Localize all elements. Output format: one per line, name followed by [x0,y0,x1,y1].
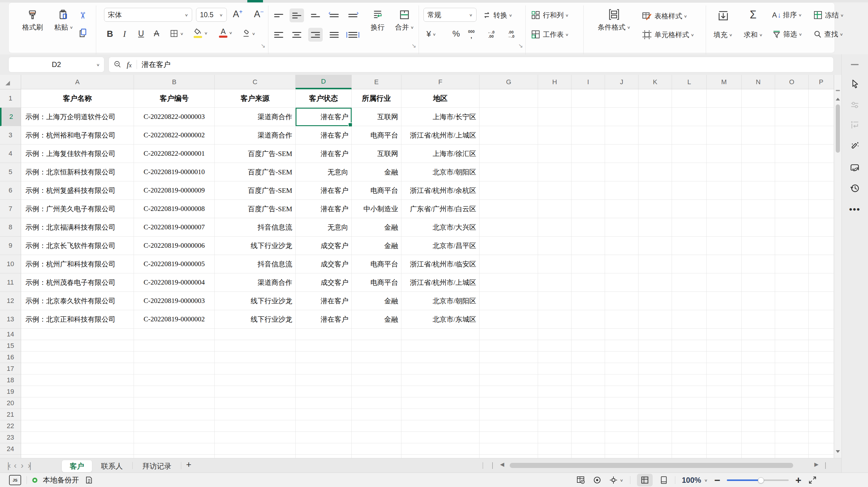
cell-F21[interactable] [401,409,479,420]
cell-F25[interactable] [401,455,479,458]
column-header-L[interactable]: L [672,75,707,89]
cell-B24[interactable] [134,443,215,455]
cell-P18[interactable] [809,374,834,386]
cell-P7[interactable] [809,200,834,218]
cell-A23[interactable] [21,432,134,443]
cell-F3[interactable]: 浙江省/杭州市/上城区 [401,126,479,145]
cell-M24[interactable] [707,443,742,455]
cell-H24[interactable] [538,443,571,455]
next-sheet-button[interactable]: › [21,461,24,470]
cell-E13[interactable]: 金融 [352,310,401,329]
strikethrough-button[interactable]: A [154,29,159,38]
cell-M8[interactable] [707,218,742,237]
percent-button[interactable]: % [453,29,460,39]
cell-E2[interactable]: 互联网 [352,108,401,126]
cell-F15[interactable] [401,340,479,352]
row-header-9[interactable]: 9 [0,237,21,255]
font-color-button[interactable]: A ∨ [219,28,232,38]
cell-K11[interactable] [639,273,672,292]
cell-L20[interactable] [672,397,707,409]
cell-O21[interactable] [775,409,809,420]
cell-B7[interactable]: C-20220819-0000008 [134,200,215,218]
cell-A12[interactable]: 示例：北京泰久软件有限公司 [21,292,134,310]
cell-P21[interactable] [809,409,834,420]
number-dialog-launcher[interactable]: ↘ [518,42,523,49]
locate-center-button[interactable]: ∨ [609,475,623,485]
cell-J21[interactable] [605,409,639,420]
cell-M1[interactable] [707,89,742,108]
cell-G14[interactable] [479,329,538,340]
cell-A25[interactable] [21,455,134,458]
sheet-tab-联系人[interactable]: 联系人 [93,460,131,472]
cell-B8[interactable]: C-20220819-0000007 [134,218,215,237]
zoom-slider-thumb[interactable] [758,477,764,483]
cell-B17[interactable] [134,363,215,374]
cell-I2[interactable] [571,108,605,126]
cell-N13[interactable] [742,310,775,329]
cell-B18[interactable] [134,374,215,386]
cell-A17[interactable] [21,363,134,374]
cell-I18[interactable] [571,374,605,386]
row-header-20[interactable]: 20 [0,397,21,409]
cell-M18[interactable] [707,374,742,386]
cell-B2[interactable]: C-20220822-0000003 [134,108,215,126]
cell-B4[interactable]: C-20220822-0000001 [134,145,215,163]
cell-H1[interactable] [538,89,571,108]
cell-D9[interactable]: 成交客户 [296,237,352,255]
cell-F23[interactable] [401,432,479,443]
increase-font-button[interactable]: A+ [233,8,243,20]
cell-H23[interactable] [538,432,571,443]
fill-button[interactable]: 填充∨ [714,30,733,39]
cell-P5[interactable] [809,163,834,181]
cell-K1[interactable] [639,89,672,108]
cell-G2[interactable] [479,108,538,126]
cell-D22[interactable] [296,420,352,432]
cell-F7[interactable]: 广东省/广州市/白云区 [401,200,479,218]
cell-A22[interactable] [21,420,134,432]
cell-L17[interactable] [672,363,707,374]
cell-P25[interactable] [809,455,834,458]
cell-L15[interactable] [672,340,707,352]
cell-F14[interactable] [401,329,479,340]
cell-B25[interactable] [134,455,215,458]
cell-K4[interactable] [639,145,672,163]
insert-function-icon[interactable]: fx [127,60,132,69]
row-header-24[interactable]: 24 [0,443,21,455]
cell-K21[interactable] [639,409,672,420]
cell-K9[interactable] [639,237,672,255]
cell-M12[interactable] [707,292,742,310]
cell-O23[interactable] [775,432,809,443]
cell-B3[interactable]: C-20220822-0000002 [134,126,215,145]
cell-B14[interactable] [134,329,215,340]
row-header-12[interactable]: 12 [0,292,21,310]
cell-D2[interactable]: 潜在客户 [296,108,352,126]
cell-C19[interactable] [215,386,296,397]
cell-D1[interactable]: 客户状态 [296,89,352,108]
column-header-M[interactable]: M [707,75,742,89]
column-header-O[interactable]: O [775,75,809,89]
cell-I7[interactable] [571,200,605,218]
cell-G10[interactable] [479,255,538,273]
cell-F13[interactable]: 北京市/东城区 [401,310,479,329]
collapse-ribbon-button[interactable] [841,58,868,71]
cell-K10[interactable] [639,255,672,273]
wrap-text-button[interactable]: 换行 [366,9,389,32]
fill-handle[interactable] [348,122,352,127]
cell-C11[interactable]: 渠道商合作 [215,273,296,292]
cell-G21[interactable] [479,409,538,420]
cell-N7[interactable] [742,200,775,218]
cell-N19[interactable] [742,386,775,397]
vertical-scroll-thumb[interactable] [836,104,840,153]
cell-H14[interactable] [538,329,571,340]
cell-L25[interactable] [672,455,707,458]
hscroll-right-icon[interactable]: ▶ [814,461,818,468]
first-sheet-button[interactable]: |‹ [7,461,10,470]
row-header-17[interactable]: 17 [0,363,21,374]
cell-E10[interactable]: 电商平台 [352,255,401,273]
history-icon[interactable] [841,182,868,195]
cell-I16[interactable] [571,352,605,363]
cell-H16[interactable] [538,352,571,363]
cell-P13[interactable] [809,310,834,329]
cell-N23[interactable] [742,432,775,443]
cell-O10[interactable] [775,255,809,273]
